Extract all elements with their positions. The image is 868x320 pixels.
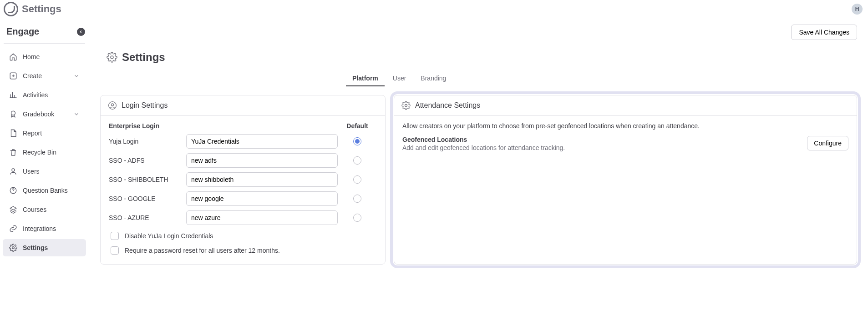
home-icon bbox=[9, 53, 17, 61]
checkbox-row[interactable]: Disable YuJa Login Credentials bbox=[109, 230, 377, 241]
login-row-label: SSO - SHIBBOLETH bbox=[109, 176, 186, 183]
main: Save All Changes Settings Platform User … bbox=[89, 18, 868, 320]
sidebar-item-label: Settings bbox=[23, 244, 80, 251]
login-default-radio-shibboleth[interactable] bbox=[353, 175, 361, 184]
sidebar-item-report[interactable]: Report bbox=[3, 125, 86, 142]
sidebar-item-label: Home bbox=[23, 53, 80, 60]
gear-icon bbox=[9, 244, 17, 252]
login-row-label: SSO - GOOGLE bbox=[109, 195, 186, 202]
login-row-label: SSO - AZURE bbox=[109, 214, 186, 221]
disable-creds-checkbox[interactable] bbox=[111, 232, 119, 240]
attendance-description: Allow creators on your platform to choos… bbox=[402, 122, 848, 130]
sidebar-item-label: Activities bbox=[23, 91, 80, 99]
card-header: Attendance Settings bbox=[394, 95, 857, 116]
action-row: Save All Changes bbox=[100, 25, 857, 40]
svg-point-1 bbox=[11, 111, 15, 115]
checkbox-label: Disable YuJa Login Credentials bbox=[125, 232, 213, 240]
sidebar-item-recycle-bin[interactable]: Recycle Bin bbox=[3, 144, 86, 161]
login-name-input-shibboleth[interactable] bbox=[186, 172, 338, 187]
card-header: Login Settings bbox=[101, 95, 385, 116]
sidebar-product-row: Engage bbox=[0, 23, 89, 43]
login-default-radio-adfs[interactable] bbox=[353, 156, 361, 165]
login-name-input-adfs[interactable] bbox=[186, 153, 338, 168]
panel-header: Settings bbox=[100, 44, 857, 71]
checkbox-label: Require a password reset for all users a… bbox=[125, 247, 280, 254]
sidebar-item-label: Courses bbox=[23, 206, 80, 213]
geofence-subtitle: Add and edit geofenced locations for att… bbox=[402, 144, 565, 151]
sidebar-item-activities[interactable]: Activities bbox=[3, 86, 86, 104]
sidebar-item-label: Integrations bbox=[23, 225, 80, 232]
login-row-label: SSO - ADFS bbox=[109, 157, 186, 164]
sidebar-item-gradebook[interactable]: Gradebook bbox=[3, 105, 86, 123]
user-circle-icon bbox=[108, 101, 117, 110]
login-name-input-azure[interactable] bbox=[186, 210, 338, 225]
sidebar-item-integrations[interactable]: Integrations bbox=[3, 220, 86, 237]
login-row-label: Yuja Login bbox=[109, 138, 186, 145]
attendance-settings-card: Attendance Settings Allow creators on yo… bbox=[394, 95, 857, 265]
sidebar-item-label: Gradebook bbox=[23, 110, 68, 118]
sidebar-item-create[interactable]: Create bbox=[3, 67, 86, 85]
login-default-radio-google[interactable] bbox=[353, 195, 361, 203]
tab-user[interactable]: User bbox=[386, 71, 413, 86]
bar-chart-icon bbox=[9, 91, 17, 99]
sidebar-divider bbox=[4, 43, 85, 44]
link-icon bbox=[9, 225, 17, 233]
svg-point-7 bbox=[112, 104, 114, 106]
svg-point-6 bbox=[109, 102, 117, 110]
star-badge-icon bbox=[9, 110, 17, 118]
sidebar: Engage Home Create Activities Gradebook bbox=[0, 18, 89, 320]
sidebar-item-label: Question Banks bbox=[23, 187, 80, 194]
column-header-default: Default bbox=[338, 122, 377, 130]
sidebar-item-label: Users bbox=[23, 168, 80, 175]
login-default-radio-azure[interactable] bbox=[353, 214, 361, 222]
tab-platform[interactable]: Platform bbox=[346, 71, 385, 86]
app-title: Settings bbox=[22, 3, 61, 15]
avatar[interactable]: H bbox=[852, 4, 863, 15]
plus-box-icon bbox=[9, 72, 17, 80]
login-name-input-yuja[interactable] bbox=[186, 134, 338, 149]
gear-icon bbox=[107, 52, 117, 63]
sidebar-item-users[interactable]: Users bbox=[3, 163, 86, 180]
question-icon bbox=[9, 186, 17, 195]
checkbox-row[interactable]: Require a password reset for all users a… bbox=[109, 245, 377, 256]
topbar: Settings H bbox=[0, 0, 868, 18]
card-title: Login Settings bbox=[122, 101, 168, 110]
trash-icon bbox=[9, 148, 17, 156]
sidebar-item-courses[interactable]: Courses bbox=[3, 201, 86, 218]
svg-point-2 bbox=[12, 169, 15, 171]
stack-icon bbox=[9, 205, 17, 214]
tabbar: Platform User Branding bbox=[100, 71, 857, 87]
chevron-down-icon bbox=[73, 73, 80, 79]
geofence-title: Geofenced Locations bbox=[402, 136, 565, 143]
page-title: Settings bbox=[122, 51, 165, 64]
configure-button[interactable]: Configure bbox=[807, 136, 848, 150]
gear-icon bbox=[401, 101, 411, 110]
user-icon bbox=[9, 167, 17, 175]
collapse-sidebar-button[interactable] bbox=[77, 28, 85, 36]
sidebar-item-label: Create bbox=[23, 72, 68, 80]
tab-branding[interactable]: Branding bbox=[414, 71, 452, 86]
sidebar-product-name: Engage bbox=[6, 26, 39, 37]
require-reset-checkbox[interactable] bbox=[111, 246, 119, 255]
login-settings-card: Login Settings Enterprise Login Default … bbox=[100, 95, 386, 265]
sidebar-item-label: Report bbox=[23, 130, 80, 137]
sidebar-item-label: Recycle Bin bbox=[23, 149, 80, 156]
topbar-left: Settings bbox=[4, 2, 61, 16]
geofence-section: Geofenced Locations Add and edit geofenc… bbox=[402, 136, 565, 151]
login-name-input-google[interactable] bbox=[186, 191, 338, 206]
chevron-down-icon bbox=[73, 111, 80, 117]
sidebar-item-question-banks[interactable]: Question Banks bbox=[3, 182, 86, 199]
svg-point-8 bbox=[405, 105, 407, 107]
arrow-left-icon bbox=[79, 28, 83, 35]
app-logo-icon bbox=[4, 2, 18, 16]
column-header-provider: Enterprise Login bbox=[109, 122, 186, 130]
svg-point-5 bbox=[111, 56, 113, 59]
sidebar-item-settings[interactable]: Settings bbox=[3, 239, 86, 256]
svg-point-4 bbox=[12, 247, 15, 249]
card-title: Attendance Settings bbox=[415, 101, 480, 110]
document-icon bbox=[9, 129, 17, 137]
save-all-button[interactable]: Save All Changes bbox=[791, 25, 857, 40]
sidebar-item-home[interactable]: Home bbox=[3, 48, 86, 65]
login-default-radio-yuja[interactable] bbox=[353, 137, 361, 145]
